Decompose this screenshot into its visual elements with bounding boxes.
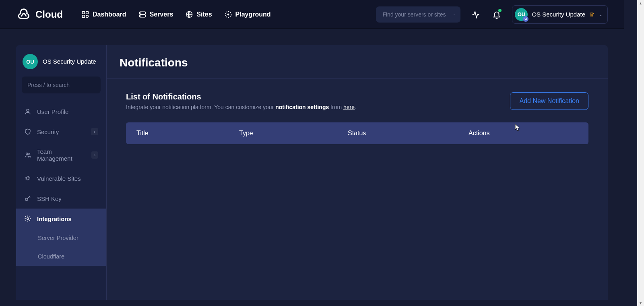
sidebar-item-label: Integrations [37,215,72,222]
sidebar-item-label: Security [37,128,59,135]
avatar-initials: OU [26,59,34,65]
sidebar-item-ssh-key[interactable]: SSH Key [16,188,106,209]
avatar-sub-badge: G [523,16,528,22]
body: OU OS Security Update User Profile Secur… [0,29,624,300]
nav-playground[interactable]: Playground [224,10,271,19]
sidebar-item-integrations[interactable]: Integrations [16,209,106,229]
svg-point-18 [27,218,29,220]
sidebar-item-label: Team Management [37,148,86,162]
svg-point-3 [86,15,89,17]
avatar: OU [23,54,38,69]
svg-point-15 [29,153,30,155]
globe-icon [185,10,193,19]
settings-link[interactable]: here [343,104,355,110]
shield-icon [24,128,31,135]
global-search[interactable] [376,6,460,23]
submenu-cloudflare[interactable]: Cloudflare [16,247,106,266]
desc-text: Integrate your notification platform. Yo… [126,104,275,110]
col-status: Status [348,130,469,137]
notifications-table: Title Type Status Actions [126,122,588,144]
search-icon [454,11,455,18]
team-selector[interactable]: OU G OS Security Update ♛ ⌄ [512,5,608,24]
sidebar-team[interactable]: OU OS Security Update [16,45,106,76]
svg-point-10 [227,14,229,15]
nav-links: Dashboard Servers Sites Playground [81,10,271,19]
integrations-submenu: Server Provider Cloudflare [16,229,106,266]
svg-rect-16 [27,177,29,180]
key-icon [24,195,31,202]
col-type: Type [239,130,348,137]
list-description: Integrate your notification platform. Yo… [126,104,356,110]
sidebar-item-security[interactable]: Security › [16,122,106,142]
nav-servers[interactable]: Servers [138,10,173,19]
sidebar-item-user-profile[interactable]: User Profile [16,101,106,122]
nav-servers-label: Servers [150,11,173,18]
notification-dot-icon [498,9,502,12]
activity-button[interactable] [470,9,481,20]
nav-dashboard-label: Dashboard [93,11,126,18]
sidebar-search[interactable] [22,76,101,93]
col-title: Title [136,130,239,137]
sidebar: OU OS Security Update User Profile Secur… [16,45,107,300]
avatar: OU G [515,8,528,21]
sidebar-item-team-management[interactable]: Team Management › [16,142,106,168]
svg-point-6 [140,12,141,13]
sidebar-team-name: OS Security Update [43,58,96,66]
users-icon [24,151,31,159]
svg-point-7 [140,15,141,16]
page-title: Notifications [120,56,595,69]
main-panel: Notifications List of Notifications Inte… [107,45,608,300]
add-notification-button[interactable]: Add New Notification [510,92,588,110]
team-name: OS Security Update [532,11,585,18]
submenu-server-provider[interactable]: Server Provider [16,229,106,247]
desc-text: from [329,104,343,110]
playground-icon [224,10,232,19]
activity-icon [471,10,480,19]
list-header-text: List of Notifications Integrate your not… [126,92,356,110]
desc-strong: notification settings [275,104,329,110]
desc-text: . [355,104,356,110]
chevron-right-icon: › [91,151,98,159]
nav-playground-label: Playground [235,11,271,18]
sidebar-item-label: SSH Key [37,195,62,202]
svg-point-14 [26,153,28,155]
server-icon [138,10,147,19]
col-actions: Actions [469,130,578,137]
sidebar-item-label: User Profile [37,108,68,115]
sidebar-search-input[interactable] [27,81,99,89]
sidebar-item-vulnerable-sites[interactable]: Vulnerable Sites [16,168,106,188]
chevron-down-icon: ⌄ [599,12,603,17]
svg-rect-2 [82,15,85,17]
table-header: Title Type Status Actions [126,122,588,144]
global-search-input[interactable] [382,11,454,18]
svg-rect-1 [86,11,89,14]
chevron-right-icon: › [91,128,98,135]
topbar-right: OU G OS Security Update ♛ ⌄ [376,5,608,24]
list-title: List of Notifications [126,92,356,101]
sidebar-item-label: Vulnerable Sites [37,175,81,182]
brand[interactable]: Cloud [16,7,63,22]
page-header: Notifications [107,45,608,79]
brand-text: Cloud [35,9,63,20]
svg-rect-0 [82,11,85,14]
grid-icon [81,10,89,19]
nav-sites[interactable]: Sites [185,10,212,19]
list-header: List of Notifications Integrate your not… [107,79,608,122]
nav-sites-label: Sites [196,11,212,18]
sidebar-nav: User Profile Security › Team Management … [16,101,106,266]
svg-point-13 [27,109,29,112]
gear-icon [24,215,31,222]
topbar: Cloud Dashboard Servers Sites Playground [0,0,624,29]
svg-point-17 [25,198,28,201]
nav-dashboard[interactable]: Dashboard [81,10,126,19]
notifications-button[interactable] [491,9,502,20]
svg-point-11 [454,14,455,15]
brand-logo-icon [16,7,31,22]
user-icon [24,108,31,115]
crown-icon: ♛ [589,11,594,18]
bug-icon [24,175,31,182]
